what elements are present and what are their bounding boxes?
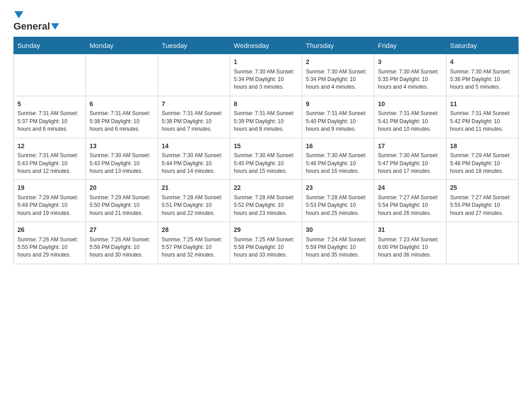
calendar-cell: 14Sunrise: 7:30 AM Sunset: 5:44 PM Dayli… (158, 138, 230, 180)
day-info: Sunrise: 7:30 AM Sunset: 5:34 PM Dayligh… (234, 68, 298, 91)
calendar-cell: 26Sunrise: 7:26 AM Sunset: 5:55 PM Dayli… (14, 222, 86, 264)
day-number: 8 (234, 100, 298, 109)
day-number: 14 (162, 142, 226, 151)
calendar-cell: 2Sunrise: 7:30 AM Sunset: 5:34 PM Daylig… (302, 54, 374, 96)
day-info: Sunrise: 7:25 AM Sunset: 5:57 PM Dayligh… (162, 236, 226, 259)
day-info: Sunrise: 7:26 AM Sunset: 5:55 PM Dayligh… (17, 236, 82, 259)
day-info: Sunrise: 7:28 AM Sunset: 5:52 PM Dayligh… (234, 194, 298, 217)
calendar-cell: 12Sunrise: 7:31 AM Sunset: 5:43 PM Dayli… (14, 138, 86, 180)
day-number: 23 (306, 184, 370, 193)
day-info: Sunrise: 7:30 AM Sunset: 5:43 PM Dayligh… (90, 152, 154, 175)
calendar-cell: 8Sunrise: 7:31 AM Sunset: 5:39 PM Daylig… (230, 96, 302, 138)
calendar-cell: 17Sunrise: 7:30 AM Sunset: 5:47 PM Dayli… (374, 138, 446, 180)
day-info: Sunrise: 7:31 AM Sunset: 5:39 PM Dayligh… (234, 110, 298, 133)
week-row-2: 5Sunrise: 7:31 AM Sunset: 5:37 PM Daylig… (14, 96, 519, 138)
day-number: 3 (378, 58, 442, 67)
day-number: 10 (378, 100, 442, 109)
day-info: Sunrise: 7:31 AM Sunset: 5:41 PM Dayligh… (378, 110, 442, 133)
day-number: 22 (234, 184, 298, 193)
calendar-cell (14, 54, 86, 96)
calendar-cell: 16Sunrise: 7:30 AM Sunset: 5:46 PM Dayli… (302, 138, 374, 180)
calendar-cell: 23Sunrise: 7:28 AM Sunset: 5:53 PM Dayli… (302, 180, 374, 222)
calendar-cell: 5Sunrise: 7:31 AM Sunset: 5:37 PM Daylig… (14, 96, 86, 138)
week-row-1: 1Sunrise: 7:30 AM Sunset: 5:34 PM Daylig… (14, 54, 519, 96)
day-number: 21 (162, 184, 226, 193)
day-number: 1 (234, 58, 298, 67)
week-row-3: 12Sunrise: 7:31 AM Sunset: 5:43 PM Dayli… (14, 138, 519, 180)
calendar-cell: 13Sunrise: 7:30 AM Sunset: 5:43 PM Dayli… (86, 138, 158, 180)
calendar-cell: 10Sunrise: 7:31 AM Sunset: 5:41 PM Dayli… (374, 96, 446, 138)
day-number: 12 (17, 142, 82, 151)
calendar-cell (446, 222, 519, 264)
calendar-cell: 6Sunrise: 7:31 AM Sunset: 5:38 PM Daylig… (86, 96, 158, 138)
calendar-cell: 9Sunrise: 7:31 AM Sunset: 5:40 PM Daylig… (302, 96, 374, 138)
day-number: 28 (162, 226, 226, 235)
calendar-cell: 21Sunrise: 7:28 AM Sunset: 5:51 PM Dayli… (158, 180, 230, 222)
day-info: Sunrise: 7:31 AM Sunset: 5:38 PM Dayligh… (90, 110, 154, 133)
day-info: Sunrise: 7:30 AM Sunset: 5:34 PM Dayligh… (306, 68, 370, 91)
weekday-header-sunday: Sunday (14, 37, 86, 54)
day-info: Sunrise: 7:30 AM Sunset: 5:44 PM Dayligh… (162, 152, 226, 175)
calendar-cell (158, 54, 230, 96)
calendar-cell: 27Sunrise: 7:26 AM Sunset: 5:56 PM Dayli… (86, 222, 158, 264)
day-number: 27 (90, 226, 154, 235)
calendar-cell: 7Sunrise: 7:31 AM Sunset: 5:38 PM Daylig… (158, 96, 230, 138)
day-info: Sunrise: 7:30 AM Sunset: 5:35 PM Dayligh… (378, 68, 442, 91)
calendar-table: SundayMondayTuesdayWednesdayThursdayFrid… (13, 37, 519, 264)
calendar-cell: 15Sunrise: 7:30 AM Sunset: 5:45 PM Dayli… (230, 138, 302, 180)
day-number: 6 (90, 100, 154, 109)
day-number: 2 (306, 58, 370, 67)
day-info: Sunrise: 7:28 AM Sunset: 5:53 PM Dayligh… (306, 194, 370, 217)
day-info: Sunrise: 7:24 AM Sunset: 5:59 PM Dayligh… (306, 236, 370, 259)
weekday-header-monday: Monday (86, 37, 158, 54)
weekday-header-thursday: Thursday (302, 37, 374, 54)
calendar-cell: 24Sunrise: 7:27 AM Sunset: 5:54 PM Dayli… (374, 180, 446, 222)
day-number: 24 (378, 184, 442, 193)
day-info: Sunrise: 7:31 AM Sunset: 5:40 PM Dayligh… (306, 110, 370, 133)
calendar-cell: 19Sunrise: 7:29 AM Sunset: 5:49 PM Dayli… (14, 180, 86, 222)
logo-triangle-icon (51, 23, 59, 30)
calendar-cell: 3Sunrise: 7:30 AM Sunset: 5:35 PM Daylig… (374, 54, 446, 96)
day-info: Sunrise: 7:30 AM Sunset: 5:45 PM Dayligh… (234, 152, 298, 175)
weekday-header-friday: Friday (374, 37, 446, 54)
day-number: 5 (17, 100, 82, 109)
logo-general-bottom: General (13, 21, 50, 32)
calendar-cell: 31Sunrise: 7:23 AM Sunset: 6:00 PM Dayli… (374, 222, 446, 264)
calendar-cell: 22Sunrise: 7:28 AM Sunset: 5:52 PM Dayli… (230, 180, 302, 222)
day-number: 31 (378, 226, 442, 235)
day-info: Sunrise: 7:31 AM Sunset: 5:43 PM Dayligh… (17, 152, 82, 175)
week-row-4: 19Sunrise: 7:29 AM Sunset: 5:49 PM Dayli… (14, 180, 519, 222)
calendar-cell: 11Sunrise: 7:31 AM Sunset: 5:42 PM Dayli… (446, 96, 519, 138)
day-info: Sunrise: 7:30 AM Sunset: 5:47 PM Dayligh… (378, 152, 442, 175)
calendar-cell: 18Sunrise: 7:29 AM Sunset: 5:48 PM Dayli… (446, 138, 519, 180)
weekday-header-wednesday: Wednesday (230, 37, 302, 54)
day-info: Sunrise: 7:27 AM Sunset: 5:54 PM Dayligh… (378, 194, 442, 217)
day-number: 26 (17, 226, 82, 235)
calendar-cell: 29Sunrise: 7:25 AM Sunset: 5:58 PM Dayli… (230, 222, 302, 264)
day-number: 20 (90, 184, 154, 193)
day-info: Sunrise: 7:31 AM Sunset: 5:37 PM Dayligh… (17, 110, 82, 133)
calendar-cell: 25Sunrise: 7:27 AM Sunset: 5:55 PM Dayli… (446, 180, 519, 222)
day-number: 25 (450, 184, 515, 193)
day-number: 16 (306, 142, 370, 151)
day-info: Sunrise: 7:27 AM Sunset: 5:55 PM Dayligh… (450, 194, 515, 217)
day-info: Sunrise: 7:25 AM Sunset: 5:58 PM Dayligh… (234, 236, 298, 259)
day-info: Sunrise: 7:23 AM Sunset: 6:00 PM Dayligh… (378, 236, 442, 259)
calendar-cell (86, 54, 158, 96)
weekday-header-saturday: Saturday (446, 37, 519, 54)
day-number: 11 (450, 100, 515, 109)
day-info: Sunrise: 7:26 AM Sunset: 5:56 PM Dayligh… (90, 236, 154, 259)
day-info: Sunrise: 7:29 AM Sunset: 5:50 PM Dayligh… (90, 194, 154, 217)
day-number: 18 (450, 142, 515, 151)
day-number: 7 (162, 100, 226, 109)
day-number: 30 (306, 226, 370, 235)
weekday-header-row: SundayMondayTuesdayWednesdayThursdayFrid… (14, 37, 519, 54)
day-info: Sunrise: 7:31 AM Sunset: 5:42 PM Dayligh… (450, 110, 515, 133)
calendar-cell: 28Sunrise: 7:25 AM Sunset: 5:57 PM Dayli… (158, 222, 230, 264)
day-number: 19 (17, 184, 82, 193)
weekday-header-tuesday: Tuesday (158, 37, 230, 54)
day-number: 4 (450, 58, 515, 67)
calendar-cell: 30Sunrise: 7:24 AM Sunset: 5:59 PM Dayli… (302, 222, 374, 264)
day-info: Sunrise: 7:30 AM Sunset: 5:36 PM Dayligh… (450, 68, 515, 91)
day-info: Sunrise: 7:29 AM Sunset: 5:48 PM Dayligh… (450, 152, 515, 175)
